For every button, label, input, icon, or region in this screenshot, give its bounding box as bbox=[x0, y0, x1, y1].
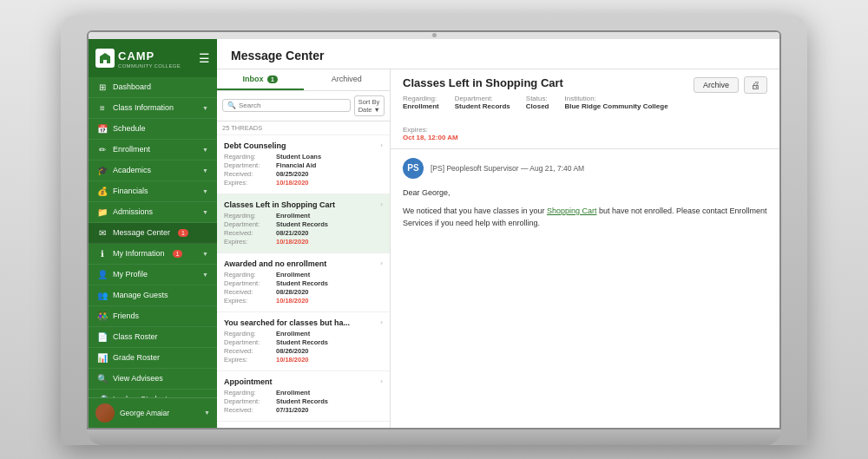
profile-icon: 👤 bbox=[97, 270, 108, 279]
search-icon: 🔍 bbox=[227, 102, 236, 109]
sidebar-item-schedule[interactable]: 📅Schedule bbox=[89, 119, 217, 140]
search-row: 🔍 Sort By Date ▼ bbox=[217, 91, 390, 121]
main-body: Inbox 1 Archived 🔍 bbox=[217, 69, 779, 428]
info-badge: 1 bbox=[173, 250, 183, 258]
meta-department: Department: Student Records bbox=[455, 95, 510, 110]
institution-label: Institution: bbox=[564, 95, 667, 102]
sender-info: [PS] Peoplesoft Supervisor — Aug 21, 7:4… bbox=[431, 164, 584, 173]
meta-expires: Expires: Oct 18, 12:00 AM bbox=[403, 126, 458, 141]
logo-area: CAMP COMMUNITY COLLEGE bbox=[95, 48, 181, 69]
logo-text-block: CAMP COMMUNITY COLLEGE bbox=[118, 48, 181, 69]
message-list: Debt Counseling › Regarding:Student Loan… bbox=[217, 135, 390, 428]
dashboard-icon: ⊞ bbox=[97, 82, 108, 92]
department-value: Student Records bbox=[455, 102, 510, 110]
detail-actions: Archive 🖨 bbox=[694, 76, 767, 94]
message-item-debt-counseling[interactable]: Debt Counseling › Regarding:Student Loan… bbox=[217, 135, 390, 194]
detail-body: PS [PS] Peoplesoft Supervisor — Aug 21, … bbox=[391, 149, 779, 428]
advisees-icon: 🔍 bbox=[97, 374, 108, 384]
meta-status: Status: Closed bbox=[526, 95, 549, 110]
message-icon: ✉ bbox=[97, 228, 108, 238]
archive-button[interactable]: Archive bbox=[694, 77, 739, 93]
sidebar-item-friends[interactable]: 👫Friends bbox=[89, 306, 217, 327]
sort-button[interactable]: Sort By Date ▼ bbox=[354, 95, 385, 116]
search-input[interactable] bbox=[239, 102, 345, 109]
logo-subtitle: COMMUNITY COLLEGE bbox=[118, 63, 181, 69]
sidebar-label-class-info: Class Information bbox=[113, 103, 174, 112]
enrollment-icon: ✏ bbox=[97, 145, 108, 154]
sort-label: Sort By bbox=[358, 98, 380, 106]
sidebar-item-class-roster[interactable]: 📄Class Roster bbox=[89, 327, 217, 348]
sidebar-item-academics[interactable]: 🎓Academics ▼ bbox=[89, 161, 217, 181]
search-box: 🔍 bbox=[222, 99, 351, 112]
sidebar-item-dashboard[interactable]: ⊞Dashboard bbox=[89, 77, 217, 98]
message-from-row: PS [PS] Peoplesoft Supervisor — Aug 21, … bbox=[403, 158, 767, 179]
sidebar-label-my-info: My Information bbox=[113, 249, 165, 258]
msg-arrow-icon: › bbox=[380, 200, 383, 208]
shopping-cart-link[interactable]: Shopping Cart bbox=[547, 207, 597, 215]
msg-arrow-icon: › bbox=[380, 141, 383, 149]
print-button[interactable]: 🖨 bbox=[744, 76, 767, 94]
sidebar-label-dashboard: Dashboard bbox=[113, 82, 151, 91]
sidebar-item-message-center[interactable]: ✉ Message Center 1 bbox=[89, 223, 217, 244]
sidebar-item-lookup-student[interactable]: 🔎Lookup Student bbox=[89, 390, 217, 397]
regarding-value: Enrollment bbox=[403, 102, 439, 110]
msg-title: Appointment bbox=[224, 377, 380, 386]
hamburger-icon[interactable]: ☰ bbox=[199, 51, 210, 65]
department-label: Department: bbox=[455, 95, 510, 102]
message-item-searched-classes[interactable]: You searched for classes but ha... › Reg… bbox=[217, 312, 390, 371]
sidebar-item-enrollment[interactable]: ✏Enrollment ▼ bbox=[89, 140, 217, 161]
inbox-badge: 1 bbox=[267, 75, 278, 83]
chevron-icon: ▼ bbox=[202, 105, 208, 111]
logo-name: CAMP bbox=[118, 49, 155, 62]
tabs-row: Inbox 1 Archived bbox=[217, 69, 390, 91]
sidebar-item-admissions[interactable]: 📁Admissions ▼ bbox=[89, 202, 217, 223]
financials-icon: 💰 bbox=[97, 187, 108, 196]
class-roster-icon: 📄 bbox=[97, 332, 108, 342]
sort-value: Date bbox=[358, 106, 372, 114]
regarding-label: Regarding: bbox=[403, 95, 439, 102]
meta-regarding: Regarding: Enrollment bbox=[403, 95, 439, 110]
message-item-awarded[interactable]: Awarded and no enrollment › Regarding:En… bbox=[217, 253, 390, 312]
sidebar-label-manage-guests: Manage Guests bbox=[113, 291, 168, 299]
laptop-bottom bbox=[87, 429, 781, 445]
msg-arrow-icon: › bbox=[380, 377, 383, 385]
message-item-appointment[interactable]: Appointment › Regarding:Enrollment Depar… bbox=[217, 371, 390, 422]
chevron-icon: ▼ bbox=[202, 272, 208, 278]
sidebar-label-view-advisees: View Advisees bbox=[113, 374, 163, 383]
detail-title: Classes Left in Shopping Cart bbox=[403, 76, 694, 89]
user-chevron-icon: ▼ bbox=[204, 410, 210, 416]
sidebar-item-my-information[interactable]: ℹ My Information 1 ▼ bbox=[89, 244, 217, 265]
friends-icon: 👫 bbox=[97, 311, 108, 321]
sidebar-label-academics: Academics bbox=[113, 166, 151, 174]
sidebar-user-footer[interactable]: George Amaiar ▼ bbox=[89, 397, 217, 428]
status-value: Closed bbox=[526, 102, 549, 110]
sidebar-item-class-information[interactable]: ≡Class Information ▼ bbox=[89, 98, 217, 119]
chevron-icon: ▼ bbox=[202, 167, 208, 174]
sidebar-label-admissions: Admissions bbox=[113, 207, 153, 216]
main-header: Message Center bbox=[217, 39, 779, 69]
sidebar-item-my-profile[interactable]: 👤My Profile ▼ bbox=[89, 265, 217, 285]
tab-archived[interactable]: Archived bbox=[304, 69, 391, 90]
chevron-icon: ▼ bbox=[202, 251, 208, 257]
camera-dot bbox=[432, 33, 437, 37]
message-item-shopping-cart[interactable]: Classes Left in Shopping Cart › Regardin… bbox=[217, 194, 390, 253]
sidebar-item-manage-guests[interactable]: 👥Manage Guests bbox=[89, 285, 217, 306]
message-body: We noticed that you have classes in your… bbox=[403, 206, 767, 229]
msg-arrow-icon: › bbox=[380, 318, 383, 326]
tab-inbox[interactable]: Inbox 1 bbox=[217, 69, 304, 90]
sender-initials: PS bbox=[407, 163, 418, 173]
expires-label: Expires: bbox=[403, 126, 458, 134]
msg-title: Classes Left in Shopping Cart bbox=[224, 200, 380, 209]
sidebar-item-grade-roster[interactable]: 📊Grade Roster bbox=[89, 348, 217, 369]
sidebar-item-financials[interactable]: 💰Financials ▼ bbox=[89, 181, 217, 202]
sidebar-label-class-roster: Class Roster bbox=[113, 332, 158, 341]
user-avatar bbox=[95, 403, 115, 423]
sidebar-item-view-advisees[interactable]: 🔍View Advisees bbox=[89, 369, 217, 390]
grade-roster-icon: 📊 bbox=[97, 353, 108, 363]
print-icon: 🖨 bbox=[751, 80, 760, 90]
guests-icon: 👥 bbox=[97, 291, 108, 300]
threads-count: 25 THREADS bbox=[217, 121, 390, 135]
expires-value: Oct 18, 12:00 AM bbox=[403, 134, 458, 141]
msg-title: Debt Counseling bbox=[224, 141, 380, 150]
msg-arrow-icon: › bbox=[380, 259, 383, 267]
